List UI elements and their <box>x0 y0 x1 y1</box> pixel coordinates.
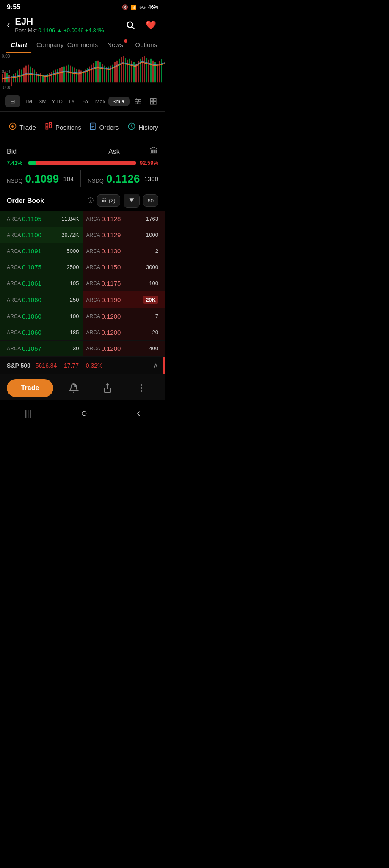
svg-rect-22 <box>44 76 46 82</box>
nav-icons: + <box>57 380 158 397</box>
period-1y[interactable]: 1Y <box>65 96 78 107</box>
back-button[interactable]: ‹ <box>7 19 10 31</box>
bid-exchange: ARCA <box>7 248 22 254</box>
trade-button[interactable]: Trade <box>7 379 53 397</box>
count-button[interactable]: 60 <box>143 194 158 207</box>
chart-labels: 0.00 0.00 -0.00 <box>2 53 11 91</box>
period-3m-active[interactable]: 3m ▼ <box>108 97 130 106</box>
order-book-controls: Order Book ⓘ 🏛 (2) 60 <box>0 190 165 211</box>
svg-rect-96 <box>50 125 52 128</box>
alert-button[interactable]: + <box>65 380 82 397</box>
tab-company[interactable]: Company <box>34 37 65 53</box>
price-change-pct: +4.34% <box>85 27 104 33</box>
table-row: ARCA 0.1075 2500ARCA 0.11503000 <box>0 259 165 275</box>
bid-price: 0.1060 <box>22 329 70 336</box>
svg-rect-8 <box>15 73 16 82</box>
bank-count: (2) <box>109 197 116 204</box>
ask-size: 7 <box>155 313 158 319</box>
period-ytd[interactable]: YTD <box>51 96 63 107</box>
svg-rect-26 <box>53 71 54 83</box>
bid-exchange: ARCA <box>7 330 22 336</box>
svg-rect-60 <box>125 58 126 82</box>
time-controls: ⊟ 1M 3M YTD 1Y 5Y Max 3m ▼ <box>0 91 165 112</box>
svg-rect-27 <box>55 70 56 83</box>
bid-price: 0.1100 <box>22 231 61 238</box>
bid-size: 11.84K <box>61 216 79 222</box>
bid-size: 250 <box>70 297 79 303</box>
favorite-button[interactable]: ❤️ <box>143 17 158 33</box>
ask-size: 1763 <box>146 216 158 222</box>
tab-comments[interactable]: Comments <box>66 37 100 53</box>
positions-icon <box>44 122 53 133</box>
svg-rect-49 <box>102 64 103 83</box>
period-5y[interactable]: 5Y <box>80 96 92 107</box>
period-1m[interactable]: 1M <box>22 96 35 107</box>
action-tab-positions[interactable]: Positions <box>43 119 83 136</box>
header-icons: ❤️ <box>123 17 158 33</box>
period-3m[interactable]: 3M <box>36 96 49 107</box>
expand-icon[interactable]: ∧ <box>153 361 158 369</box>
sp500-price: 5616.84 <box>36 362 57 369</box>
bid-price: 0.1091 <box>22 247 67 255</box>
svg-rect-46 <box>95 61 97 82</box>
action-tab-orders[interactable]: Orders <box>85 119 122 136</box>
ticker-subtitle: Post-Mkt 0.1106 ▲ +0.0046 +4.34% <box>15 27 118 33</box>
bid-exchange: ARCA <box>7 232 22 238</box>
tab-options[interactable]: Options <box>131 37 162 53</box>
svg-rect-62 <box>129 59 130 82</box>
svg-rect-73 <box>152 61 154 82</box>
svg-rect-18 <box>36 72 37 83</box>
home-button[interactable]: ○ <box>74 405 94 421</box>
svg-rect-35 <box>72 67 73 83</box>
ask-price: 0.1200 <box>102 313 155 320</box>
ask-exchange: ARCA <box>86 248 102 254</box>
bid-size: 105 <box>70 280 79 286</box>
ask-size: 20 <box>152 329 158 336</box>
table-row: ARCA 0.1105 11.84KARCA 0.11281763 <box>0 211 165 227</box>
bid-label: Bid <box>7 148 78 155</box>
svg-rect-63 <box>131 61 132 82</box>
tab-chart[interactable]: Chart <box>3 37 34 53</box>
ask-exchange: ARCA <box>86 297 102 303</box>
chart-settings-button[interactable] <box>131 94 145 108</box>
action-tab-history[interactable]: History <box>124 119 162 136</box>
tab-news[interactable]: News <box>99 37 130 53</box>
ask-size: 2 <box>155 248 158 254</box>
ask-size: 100 <box>149 280 158 286</box>
bid-ask-progress-bar <box>28 161 136 165</box>
svg-rect-34 <box>70 66 71 83</box>
search-button[interactable] <box>123 17 138 33</box>
ask-price: 0.1129 <box>102 231 146 238</box>
period-max[interactable]: Max <box>94 96 107 107</box>
chart-layout-button[interactable] <box>146 94 160 108</box>
svg-rect-29 <box>59 68 61 83</box>
price-change: +0.0046 <box>63 27 83 33</box>
bid-exchange: ARCA <box>7 297 22 303</box>
mute-icon: 🔇 <box>122 4 128 10</box>
menu-button[interactable]: ||| <box>18 407 39 420</box>
action-tab-trade[interactable]: Trade <box>3 119 41 136</box>
status-time: 9:55 <box>7 3 20 11</box>
red-indicator <box>163 357 165 374</box>
more-button[interactable] <box>133 380 150 397</box>
chart-toggle-button[interactable]: ⊟ <box>5 95 20 107</box>
ask-exchange: ARCA <box>86 313 102 319</box>
back-system-button[interactable]: ‹ <box>130 405 147 421</box>
bid-price: 0.1057 <box>22 345 73 352</box>
order-book-info-icon[interactable]: ⓘ <box>88 197 94 205</box>
svg-line-1 <box>132 27 134 29</box>
action-tabs: Trade Positions Orders His <box>0 112 165 143</box>
share-button[interactable] <box>99 380 116 397</box>
ask-exchange: ARCA <box>86 264 102 270</box>
ask-price: 0.1150 <box>102 263 146 271</box>
ask-size: 3000 <box>146 264 158 270</box>
bank-filter-button[interactable]: 🏛 (2) <box>97 194 120 207</box>
sp500-change-pct: -0.32% <box>84 362 102 369</box>
ask-exchange: ARCA <box>86 216 102 222</box>
chart-label-bot: -0.00 <box>2 85 11 90</box>
svg-rect-38 <box>78 70 80 83</box>
filter-button[interactable] <box>124 194 140 208</box>
post-market-price-val: 0.1106 <box>38 27 55 33</box>
bank-icon-small: 🏛 <box>102 197 107 204</box>
svg-rect-31 <box>63 67 65 83</box>
